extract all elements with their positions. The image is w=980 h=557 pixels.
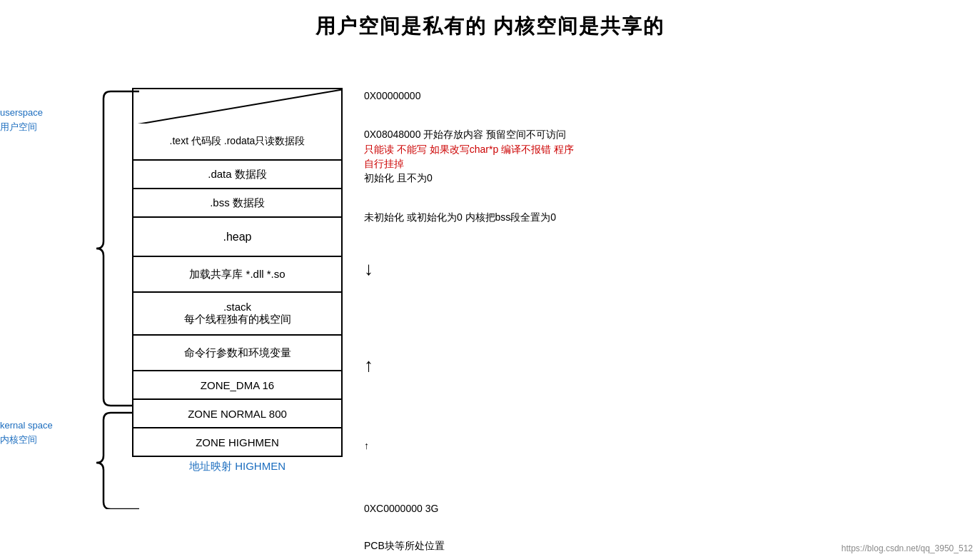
seg-stack: .stack 每个线程独有的栈空间 [132, 293, 343, 336]
seg-bss: .bss 数据段 [132, 189, 343, 218]
bottom-label: 地址映射 HIGHMEN [132, 460, 343, 473]
ann-addrff: PCB块等所处位置 [364, 540, 445, 553]
footer-link: https://blog.csdn.net/qq_3950_512 [842, 543, 973, 553]
seg-zone-dma: ZONE_DMA 16 [132, 371, 343, 400]
ann-text2: 自行挂掉 [364, 158, 404, 171]
seg-text-rodata: .text 代码段 .rodata只读数据段 [132, 124, 343, 161]
ann-text1: 只能读 不能写 如果改写char*p 编译不报错 程序 [364, 144, 574, 156]
ann-text3: 初始化 且不为0 [364, 172, 433, 185]
seg-zone-highmen: ZONE HIGHMEN [132, 428, 343, 457]
seg-cmdenv: 命令行参数和环境变量 [132, 336, 343, 371]
svg-line-0 [133, 89, 343, 124]
seg-zone-normal: ZONE NORMAL 800 [132, 400, 343, 428]
ann-arrow-up: ↑ [364, 356, 373, 374]
userspace-en: userspace [0, 106, 43, 120]
kernelspace-label: kernal space 内核空间 [0, 418, 53, 446]
seg-shared-lib: 加载共享库 *.dll *.so [132, 257, 343, 293]
ann-arrow-down: ↓ [364, 259, 373, 278]
seg-top-gap [132, 88, 343, 124]
seg-heap: .heap [132, 218, 343, 257]
seg-data: .data 数据段 [132, 161, 343, 189]
ann-text4: 未初始化 或初始化为0 内核把bss段全置为0 [364, 211, 556, 224]
ann-addr0: 0X00000000 [364, 90, 420, 101]
ann-pcb: 0XC0000000 3G [364, 503, 438, 514]
kernelspace-cn: 内核空间 [0, 433, 53, 447]
ann-addr1: 0X08048000 开始存放内容 预留空间不可访问 [364, 129, 566, 141]
userspace-label: userspace 用户空间 [0, 106, 43, 134]
userspace-cn: 用户空间 [0, 120, 43, 134]
page-title: 用户空间是私有的 内核空间是共享的 [0, 0, 980, 49]
ann-addr2: ↑ [364, 440, 369, 451]
kernelspace-en: kernal space [0, 418, 53, 433]
memory-diagram: .text 代码段 .rodata只读数据段 .data 数据段 .bss 数据… [132, 88, 343, 473]
